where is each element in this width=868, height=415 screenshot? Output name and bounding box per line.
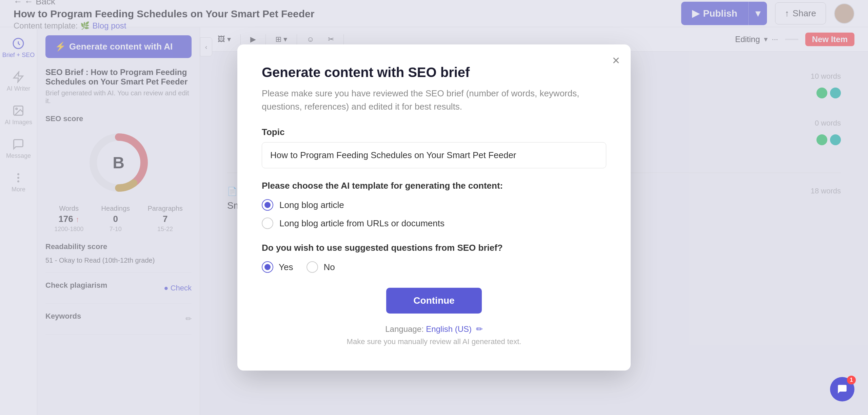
modal-language-row: Language: English (US) ✏	[262, 324, 606, 334]
yes-option[interactable]: Yes	[262, 261, 293, 273]
radio-long-blog-label: Long blog article	[279, 200, 344, 210]
language-link[interactable]: English (US)	[426, 324, 472, 334]
template-choice-label: Please choose the AI template for genera…	[262, 181, 606, 191]
radio-long-blog-urls[interactable]: Long blog article from URLs or documents	[262, 218, 606, 229]
radio-long-blog[interactable]: Long blog article	[262, 199, 606, 211]
no-option[interactable]: No	[307, 261, 335, 273]
template-radio-group: Long blog article Long blog article from…	[262, 199, 606, 229]
chat-bubble[interactable]: 1	[830, 377, 854, 401]
no-radio-circle	[307, 261, 318, 273]
language-prefix: Language:	[385, 324, 423, 334]
modal-overlay[interactable]: × Generate content with SEO brief Please…	[0, 0, 868, 415]
language-edit-icon[interactable]: ✏	[476, 324, 483, 334]
radio-long-blog-circle	[262, 199, 273, 211]
yes-label: Yes	[279, 262, 293, 272]
generate-content-modal: × Generate content with SEO brief Please…	[237, 44, 631, 371]
yes-no-group: Yes No	[262, 261, 606, 273]
yes-radio-circle	[262, 261, 273, 273]
modal-description: Please make sure you have reviewed the S…	[262, 87, 606, 113]
topic-input[interactable]	[262, 142, 606, 168]
modal-close-button[interactable]: ×	[612, 54, 620, 67]
radio-long-blog-urls-label: Long blog article from URLs or documents	[279, 218, 445, 229]
modal-footer-note: Make sure you manually review all AI gen…	[262, 337, 606, 346]
continue-button[interactable]: Continue	[386, 288, 481, 314]
topic-label: Topic	[262, 127, 606, 137]
modal-footer: Language: English (US) ✏ Make sure you m…	[262, 324, 606, 346]
modal-title: Generate content with SEO brief	[262, 65, 606, 80]
radio-long-blog-urls-circle	[262, 218, 273, 229]
chat-badge: 1	[847, 376, 856, 384]
no-label: No	[323, 262, 335, 272]
questions-label: Do you wish to use suggested questions f…	[262, 243, 606, 253]
